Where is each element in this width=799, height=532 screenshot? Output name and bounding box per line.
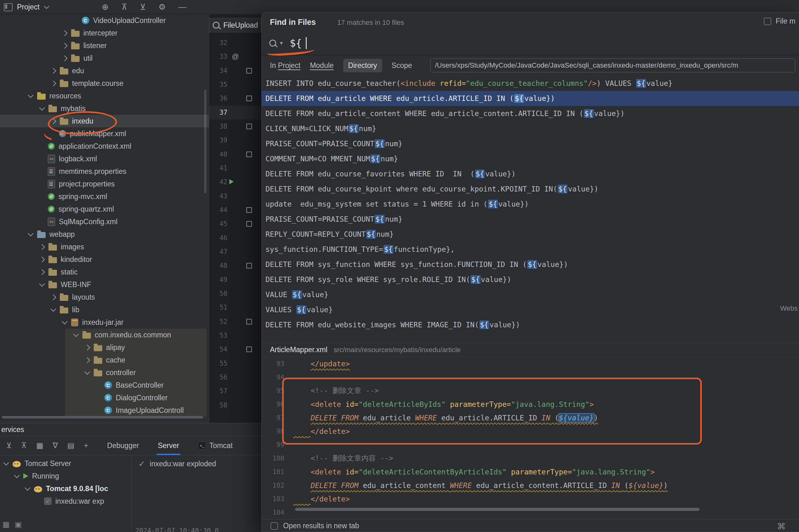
tree-item[interactable]: DialogController: [0, 392, 209, 404]
scope-module[interactable]: Module: [310, 61, 333, 70]
line-number[interactable]: 52: [209, 317, 227, 326]
line-number[interactable]: 48: [209, 261, 227, 270]
tree-item[interactable]: BaseController: [0, 379, 209, 392]
scope-scope[interactable]: Scope: [392, 61, 412, 70]
tree-item[interactable]: VideoUploadController: [0, 14, 209, 27]
tree-item[interactable]: mybatis: [0, 102, 209, 115]
services-tab-debugger[interactable]: Debugger: [106, 436, 140, 455]
chevron-down-icon[interactable]: [3, 460, 9, 466]
tree-item[interactable]: webapp: [0, 228, 209, 241]
services-tab-server[interactable]: Server: [157, 436, 181, 455]
line-number[interactable]: 51: [209, 303, 227, 312]
tree-item[interactable]: layouts: [0, 291, 209, 303]
search-result-row[interactable]: REPLY_COUNT=REPLY_COUNT${num}: [262, 227, 799, 242]
chevron-right-icon[interactable]: [50, 68, 56, 74]
line-number[interactable]: 35: [209, 80, 227, 89]
line-number[interactable]: 32: [209, 38, 227, 47]
preview-scrollbar-horizontal[interactable]: [295, 508, 700, 511]
search-result-row[interactable]: DELETE FROM sys_function WHERE sys_funct…: [262, 257, 799, 272]
line-number[interactable]: 40: [209, 150, 227, 159]
line-number[interactable]: 34: [209, 66, 227, 75]
search-result-row[interactable]: DELETE FROM sys_role WHERE sys_role.ROLE…: [262, 272, 799, 287]
tree-item[interactable]: listener: [0, 39, 209, 52]
chevron-down-icon[interactable]: [28, 230, 33, 236]
chevron-right-icon[interactable]: [84, 357, 90, 363]
expand-all-icon[interactable]: ⊻: [140, 2, 146, 12]
tree-item[interactable]: com.inxedu.os.common: [0, 328, 209, 341]
chevron-right-icon[interactable]: [50, 294, 56, 300]
tree-item[interactable]: alipay: [0, 341, 209, 354]
line-number[interactable]: 102: [262, 482, 293, 489]
line-number[interactable]: 33: [209, 52, 227, 61]
line-number[interactable]: 103: [262, 495, 293, 503]
filter-icon[interactable]: ∇: [53, 441, 58, 450]
chevron-right-icon[interactable]: [39, 256, 45, 262]
search-field[interactable]: ▾ ${: [262, 31, 799, 55]
run-line-icon[interactable]: [229, 179, 234, 184]
tree-item[interactable]: resources: [0, 90, 209, 102]
tree-item[interactable]: spring-quartz.xml: [0, 203, 209, 215]
bookmark-icon[interactable]: [246, 319, 252, 324]
tree-item[interactable]: intercepter: [0, 27, 209, 39]
line-number[interactable]: 101: [262, 468, 293, 476]
line-number[interactable]: 94: [262, 374, 293, 381]
chevron-right-icon[interactable]: [62, 43, 67, 49]
chevron-right-icon[interactable]: [39, 244, 45, 250]
tree-item[interactable]: cache: [0, 354, 209, 366]
line-number[interactable]: 36: [209, 94, 227, 103]
tree-scrollbar-horizontal[interactable]: [2, 416, 203, 418]
search-result-row[interactable]: DELETE FROM edu_article WHERE edu_articl…: [262, 91, 799, 106]
search-result-row[interactable]: INSERT INTO edu_course_teacher(<include …: [262, 76, 799, 91]
chevron-down-icon[interactable]: [14, 472, 19, 478]
line-number[interactable]: 44: [209, 206, 227, 214]
tree-item[interactable]: project.properties: [0, 178, 209, 190]
bookmark-icon[interactable]: [246, 124, 252, 129]
search-result-row[interactable]: DELETE FROM edu_course_kpoint where edu_…: [262, 182, 799, 196]
search-result-row[interactable]: PRAISE_COUNT=PRAISE_COUNT${num}: [262, 212, 799, 227]
bookmark-icon[interactable]: [246, 207, 252, 213]
collapse-all-icon[interactable]: ⊼: [121, 2, 127, 12]
chevron-right-icon[interactable]: [84, 345, 90, 350]
line-number[interactable]: 38: [209, 122, 227, 131]
bookmark-icon[interactable]: [246, 68, 252, 74]
search-history-chevron-icon[interactable]: ▾: [280, 40, 283, 46]
settings-icon[interactable]: ⚙: [158, 2, 165, 12]
services-tree-item[interactable]: inxedu:war exp: [0, 495, 131, 508]
line-number[interactable]: 39: [209, 136, 227, 145]
expand-all-icon[interactable]: ⊻: [6, 441, 12, 450]
line-number[interactable]: 97: [262, 414, 293, 422]
tree-item[interactable]: inxedu-jar.jar: [0, 316, 209, 328]
line-number[interactable]: 55: [209, 359, 227, 368]
project-widget[interactable]: Project: [17, 3, 40, 11]
chevron-down-icon[interactable]: [73, 331, 79, 337]
line-number[interactable]: 43: [209, 192, 227, 201]
services-tree-item[interactable]: Tomcat Server: [0, 457, 131, 470]
open-in-new-tab-checkbox[interactable]: [271, 522, 278, 530]
tree-item[interactable]: kindeditor: [0, 253, 209, 266]
tree-item[interactable]: SqlMapConfig.xml: [0, 215, 209, 228]
line-number[interactable]: 96: [262, 401, 293, 408]
bookmark-icon[interactable]: [246, 152, 252, 157]
tree-item[interactable]: inxedu: [0, 115, 209, 127]
line-number[interactable]: 93: [262, 360, 293, 367]
file-mask-checkbox[interactable]: [764, 18, 771, 25]
search-result-row[interactable]: PRAISE_COUNT=PRAISE_COUNT${num}: [262, 136, 799, 151]
search-result-row[interactable]: DELETE FROM edu_course_favorites WHERE I…: [262, 166, 799, 182]
chevron-right-icon[interactable]: [50, 118, 56, 124]
group-by-icon[interactable]: ▦: [36, 441, 43, 450]
line-number[interactable]: 42: [209, 178, 227, 187]
chevron-down-icon[interactable]: [50, 306, 56, 311]
line-number[interactable]: 57: [209, 387, 227, 396]
services-tree-item[interactable]: Running: [0, 470, 131, 482]
line-number[interactable]: 47: [209, 247, 227, 256]
chevron-down-icon[interactable]: [84, 369, 90, 375]
bookmark-icon[interactable]: [246, 221, 252, 227]
line-number[interactable]: 95: [262, 387, 293, 395]
tree-item[interactable]: memtimes.properties: [0, 165, 209, 178]
chevron-down-icon[interactable]: [28, 92, 33, 98]
tool-window-icon[interactable]: ▦: [2, 520, 10, 529]
web-icon[interactable]: ⊕: [102, 2, 109, 12]
line-number[interactable]: 45: [209, 220, 227, 228]
line-number[interactable]: 53: [209, 331, 227, 340]
tree-item[interactable]: lib: [0, 303, 209, 316]
